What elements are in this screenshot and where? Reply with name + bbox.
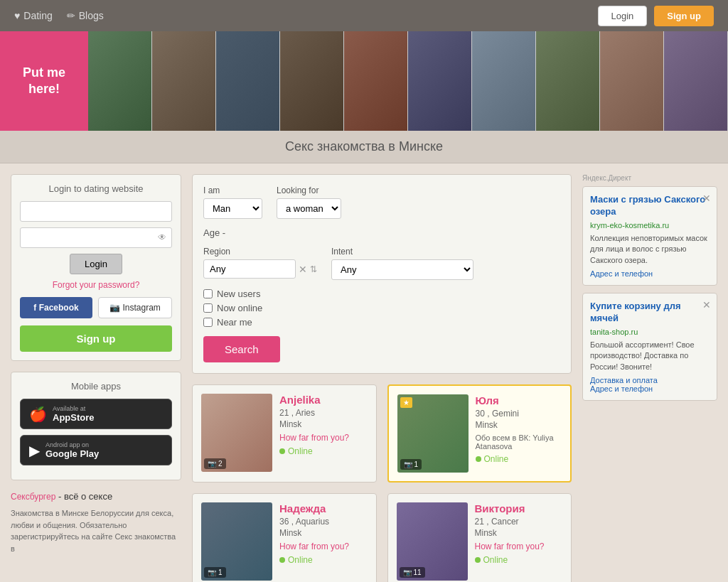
strip-photo-2[interactable] (152, 31, 216, 131)
profile-name-0[interactable]: Anjelika (279, 394, 368, 406)
iam-select[interactable]: Man Woman (203, 198, 262, 219)
forgot-password-link[interactable]: Forgot your password? (20, 280, 172, 290)
ad-close-0[interactable]: ✕ (702, 193, 711, 204)
center-area: I am Man Woman Looking for a woman a man… (192, 174, 572, 582)
profile-city-3: Minsk (475, 528, 563, 538)
instagram-button[interactable]: 📷 Instagram (98, 297, 172, 318)
now-online-checkbox-row[interactable]: Now online (203, 303, 560, 313)
page-title: Секс знакомства в Минске (0, 131, 728, 163)
google-small-text: Android app on (46, 441, 99, 448)
ad-address-link[interactable]: Адрес и телефон (590, 384, 710, 393)
profile-name-2[interactable]: Надежда (279, 502, 368, 514)
strip-photo-5[interactable] (344, 31, 408, 131)
region-label: Region (203, 247, 317, 257)
new-users-checkbox[interactable] (203, 289, 213, 298)
profile-thumb-2[interactable]: 📷 1 (201, 502, 272, 581)
login-button[interactable]: Login (598, 6, 648, 26)
near-me-checkbox[interactable] (203, 318, 213, 327)
appstore-button[interactable]: 🍎 Available at AppStore (20, 399, 172, 429)
age-label: Age - (203, 227, 225, 238)
profile-card-0: 📷 2 Anjelika 21 , Aries Minsk How far fr… (192, 384, 377, 483)
nav-blogs[interactable]: ✏ Blogs (67, 10, 104, 21)
lookingfor-select[interactable]: a woman a man (277, 198, 341, 219)
search-box: I am Man Woman Looking for a woman a man… (192, 174, 572, 374)
nav-dating-label: Dating (23, 10, 52, 21)
profile-thumb-1[interactable]: ★ 📷 1 (397, 394, 469, 473)
googleplay-button[interactable]: ▶ Android app on Google Play (20, 435, 172, 465)
profile-city-2: Minsk (279, 528, 368, 538)
profile-thumb-3[interactable]: 📷 11 (397, 502, 468, 581)
photo-count-0: 📷 2 (204, 458, 226, 469)
sexburger-link[interactable]: Сексбургер (11, 492, 55, 502)
strip-photo-10[interactable] (664, 31, 728, 131)
header-buttons: Login Sign up (598, 6, 714, 26)
strip-photo-7[interactable] (472, 31, 536, 131)
now-online-checkbox[interactable] (203, 303, 213, 313)
strip-photo-6[interactable] (408, 31, 472, 131)
ad-delivery-link[interactable]: Доставка и оплата (590, 376, 710, 384)
profile-city-1: Minsk (476, 420, 562, 430)
photo-strip: Put me here! (0, 31, 728, 131)
ad-url-0: krym-eko-kosmetika.ru (590, 221, 710, 230)
instagram-icon: 📷 (109, 303, 120, 313)
strip-photo-8[interactable] (536, 31, 600, 131)
photo-count-2: 📷 1 (204, 567, 226, 578)
strip-photo-1[interactable] (88, 31, 152, 131)
appstore-small-text: Available at (53, 405, 95, 412)
new-users-label: New users (217, 289, 260, 299)
google-name: Google Play (46, 448, 99, 459)
ad-box-0: ✕ Маски с грязью Сакского озера krym-eko… (582, 186, 717, 286)
signup-green-button[interactable]: Sign up (20, 325, 172, 352)
put-me-here-banner[interactable]: Put me here! (0, 31, 88, 131)
appstore-name: AppStore (53, 412, 95, 423)
camera-icon-3: 📷 (403, 568, 412, 576)
profile-online-1: Online (476, 454, 562, 464)
nav-blogs-label: Blogs (79, 10, 104, 21)
intent-field: Intent Any (331, 247, 473, 280)
profile-name-1[interactable]: Юля (476, 394, 562, 406)
strip-photo-3[interactable] (216, 31, 280, 131)
ad-link-0[interactable]: Адрес и телефон (590, 269, 710, 278)
username-input[interactable] (20, 201, 172, 222)
profile-thumb-0[interactable]: 📷 2 (201, 394, 272, 472)
new-users-checkbox-row[interactable]: New users (203, 289, 560, 299)
facebook-button[interactable]: f Facebook (20, 297, 92, 318)
star-badge-1: ★ (400, 397, 412, 408)
region-arrows-icon: ⇅ (310, 264, 317, 274)
nav-dating[interactable]: ♥ Dating (14, 10, 53, 21)
region-field: Region ✕ ⇅ (203, 247, 317, 280)
profile-name-3[interactable]: Виктория (475, 502, 563, 514)
strip-photo-9[interactable] (600, 31, 664, 131)
right-sidebar: Яндекс.Директ ✕ Маски с грязью Сакского … (582, 174, 717, 582)
near-me-checkbox-row[interactable]: Near me (203, 317, 560, 328)
eye-icon: 👁 (158, 232, 166, 242)
mobile-apps-box: Mobile apps 🍎 Available at AppStore ▶ An… (11, 372, 181, 480)
signup-button[interactable]: Sign up (654, 6, 714, 26)
profile-meta-3: 21 , Cancer (475, 517, 563, 527)
profile-card-1: ★ 📷 1 Юля 30 , Gemini Minsk Обо всем в В… (387, 384, 572, 483)
password-input[interactable] (20, 227, 172, 248)
online-dot-0 (279, 448, 285, 454)
intent-select[interactable]: Any (331, 259, 473, 280)
profile-distance-link-2[interactable]: How far from you? (279, 541, 368, 551)
sidebar-footer-text: Знакомства в Минске Белоруссии для секса… (11, 507, 181, 554)
camera-icon-0: 📷 (208, 460, 216, 468)
sexburger-suffix: - всё о сексе (58, 491, 112, 502)
lookingfor-label: Looking for (277, 185, 341, 195)
search-button[interactable]: Search (203, 336, 280, 362)
region-input[interactable] (203, 259, 296, 279)
profile-vk-1: Обо всем в ВК: Yuliya Atanasova (476, 433, 562, 451)
login-box-title: Login to dating website (20, 183, 172, 194)
iam-label: I am (203, 185, 262, 195)
profile-distance-link-0[interactable]: How far from you? (279, 433, 368, 443)
strip-photo-4[interactable] (280, 31, 344, 131)
profile-distance-link-3[interactable]: How far from you? (475, 541, 563, 551)
ad-title-1[interactable]: Купите корзину для мячей (590, 301, 710, 325)
region-clear-button[interactable]: ✕ (299, 264, 307, 275)
age-row: Age - (203, 227, 560, 238)
profile-info-1: Юля 30 , Gemini Minsk Обо всем в ВК: Yul… (476, 394, 562, 473)
login-submit-button[interactable]: Login (70, 254, 122, 274)
ad-close-1[interactable]: ✕ (702, 299, 711, 311)
ad-title-0[interactable]: Маски с грязью Сакского озера (590, 194, 710, 218)
profile-online-2: Online (279, 555, 368, 565)
